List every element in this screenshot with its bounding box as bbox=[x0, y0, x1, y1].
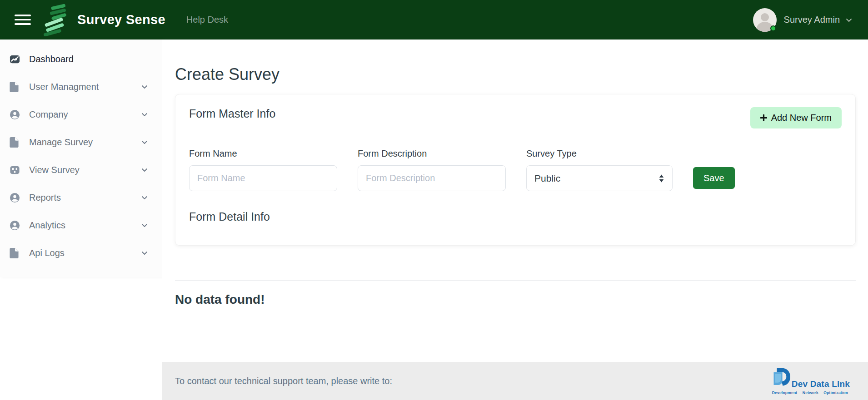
main-content: Create Survey Form Master Info Add New F… bbox=[162, 40, 868, 362]
form-master-info-title: Form Master Info bbox=[189, 107, 275, 120]
brand-logo-icon bbox=[43, 4, 66, 36]
dev-data-link-tagline: Development Network Optimization bbox=[772, 390, 848, 395]
chevron-down-icon bbox=[141, 166, 148, 173]
chevron-down-icon bbox=[845, 16, 853, 24]
sidebar-item-label: Dashboard bbox=[29, 54, 74, 64]
user-name: Survey Admin bbox=[784, 15, 840, 25]
survey-type-select[interactable]: Public bbox=[526, 165, 673, 191]
dev-data-link-logo: Dev Data Link Development Network Optimi… bbox=[772, 367, 850, 395]
sidebar-item-label: Company bbox=[29, 109, 68, 120]
sidebar-item-company[interactable]: Company bbox=[0, 104, 162, 125]
save-button[interactable]: Save bbox=[693, 167, 735, 189]
app-header: Survey Sense Help Desk Survey Admin bbox=[0, 0, 868, 40]
dev-data-link-name: Dev Data Link bbox=[792, 379, 850, 389]
chevron-down-icon bbox=[141, 83, 148, 90]
dashboard-chart-icon bbox=[10, 54, 20, 64]
hamburger-menu-icon[interactable] bbox=[15, 15, 31, 25]
sidebar-item-api-logs[interactable]: Api Logs bbox=[0, 242, 162, 263]
online-status-dot bbox=[770, 25, 776, 31]
sidebar-item-dashboard[interactable]: Dashboard bbox=[0, 49, 162, 69]
avatar bbox=[753, 8, 777, 32]
chevron-down-icon bbox=[141, 249, 148, 257]
sidebar: Dashboard User Managment bbox=[0, 40, 162, 277]
no-data-message: No data found! bbox=[175, 292, 856, 307]
sidebar-item-label: Analytics bbox=[29, 220, 65, 231]
create-survey-card: Form Master Info Add New Form Form Name bbox=[175, 94, 856, 246]
plus-icon bbox=[760, 114, 767, 121]
form-name-input[interactable] bbox=[189, 165, 337, 191]
sidebar-item-reports[interactable]: Reports bbox=[0, 187, 162, 208]
document-icon bbox=[10, 82, 20, 92]
app-title: Survey Sense bbox=[77, 12, 165, 27]
survey-type-field: Survey Type Public bbox=[526, 148, 673, 191]
sidebar-item-label: View Survey bbox=[29, 165, 80, 175]
sidebar-item-user-managment[interactable]: User Managment bbox=[0, 76, 162, 97]
sidebar-item-manage-survey[interactable]: Manage Survey bbox=[0, 132, 162, 153]
document-icon bbox=[10, 137, 20, 148]
support-text: To contact our technical support team, p… bbox=[175, 376, 392, 386]
form-name-field: Form Name bbox=[189, 148, 337, 191]
outlet-icon bbox=[10, 165, 20, 175]
sidebar-item-label: Api Logs bbox=[29, 248, 65, 258]
form-description-input[interactable] bbox=[358, 165, 506, 191]
form-detail-info-title: Form Detail Info bbox=[189, 210, 842, 223]
form-description-label: Form Description bbox=[358, 148, 506, 159]
form-name-label: Form Name bbox=[189, 148, 337, 159]
sidebar-item-label: Reports bbox=[29, 193, 61, 203]
page-title: Create Survey bbox=[175, 65, 856, 84]
user-menu[interactable]: Survey Admin bbox=[753, 8, 853, 32]
help-desk-link[interactable]: Help Desk bbox=[186, 15, 228, 25]
chevron-down-icon bbox=[141, 222, 148, 229]
add-new-form-button[interactable]: Add New Form bbox=[750, 107, 842, 128]
person-circle-icon bbox=[10, 109, 20, 120]
person-circle-icon bbox=[10, 220, 20, 231]
chevron-down-icon bbox=[141, 138, 148, 146]
sidebar-item-label: User Managment bbox=[29, 82, 99, 92]
footer: To contact our technical support team, p… bbox=[162, 362, 868, 400]
sidebar-item-label: Manage Survey bbox=[29, 137, 93, 148]
survey-type-label: Survey Type bbox=[526, 148, 673, 159]
content-divider bbox=[175, 280, 856, 281]
person-circle-icon bbox=[10, 193, 20, 203]
sidebar-item-analytics[interactable]: Analytics bbox=[0, 215, 162, 236]
chevron-down-icon bbox=[141, 111, 148, 118]
sidebar-item-view-survey[interactable]: View Survey bbox=[0, 159, 162, 180]
form-description-field: Form Description bbox=[358, 148, 506, 191]
dev-data-link-d-icon bbox=[772, 367, 790, 390]
chevron-down-icon bbox=[141, 194, 148, 201]
document-icon bbox=[10, 248, 20, 258]
